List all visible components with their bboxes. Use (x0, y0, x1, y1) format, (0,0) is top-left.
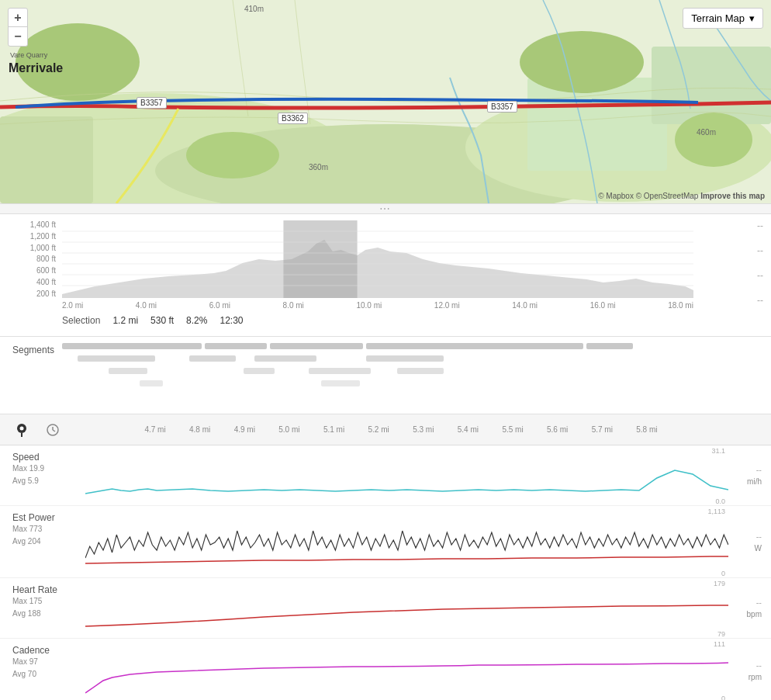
zoom-in-button[interactable]: + (9, 9, 27, 27)
resize-handle[interactable]: ⋯ (0, 203, 771, 214)
elevation-section: 1,400 ft 1,200 ft 1,000 ft 800 ft 600 ft… (0, 214, 771, 337)
power-avg: Avg 204 (12, 535, 79, 548)
cadence-max: Max 97 (12, 656, 79, 668)
heartrate-max: Max 175 (12, 595, 79, 608)
alt-label-410: 410m (244, 5, 264, 13)
svg-point-9 (520, 31, 644, 93)
svg-point-19 (20, 426, 24, 430)
segment-bar (140, 380, 163, 386)
power-name: Est Power (12, 512, 79, 523)
cadence-right: -- rpm (728, 639, 771, 700)
elevation-chart[interactable] (62, 220, 693, 298)
speed-name: Speed (12, 452, 79, 463)
improve-map-link[interactable]: Improve this map (700, 192, 765, 200)
alt-label-460: 460m (697, 128, 716, 137)
elevation-y-axis: 1,400 ft 1,200 ft 1,000 ft 800 ft 600 ft… (0, 220, 62, 298)
heartrate-name: Heart Rate (12, 584, 79, 595)
svg-rect-11 (283, 220, 357, 298)
speed-avg: Avg 5.9 (12, 475, 79, 487)
power-row: Est Power Max 773 Avg 204 1,113 0 -- W (0, 506, 771, 578)
heartrate-value: -- (756, 598, 762, 607)
map-attribution: © Mapbox © OpenStreetMap Improve this ma… (598, 192, 765, 200)
selection-distance: 1.2 mi (112, 315, 138, 326)
heartrate-row: Heart Rate Max 175 Avg 188 179 79 -- bpm (0, 578, 771, 639)
segment-bar (189, 355, 236, 362)
selection-bar: Selection 1.2 mi 530 ft 8.2% 12:30 (62, 315, 693, 326)
segment-bar (366, 343, 583, 349)
selection-grade: 8.2% (186, 315, 207, 326)
metrics-x-axis: 4.7 mi 4.8 mi 4.9 mi 5.0 mi 5.1 mi 5.2 m… (121, 425, 681, 434)
svg-point-8 (186, 132, 279, 178)
cadence-value: -- (756, 660, 762, 670)
cadence-name: Cadence (12, 645, 79, 656)
segment-row-4 (62, 380, 693, 386)
selection-elevation: 530 ft (150, 315, 174, 326)
speed-value: -- (756, 465, 762, 474)
map-section: + − Terrain Map ▾ Vare Quarry Merrivale … (0, 0, 771, 203)
cadence-chart: 111 0 (85, 639, 728, 700)
merrivale-label: Merrivale (6, 61, 65, 76)
speed-label-col: Speed Max 19.9 Avg 5.9 (0, 445, 85, 505)
segment-bar (366, 355, 444, 362)
speed-max: Max 19.9 (12, 463, 79, 475)
svg-rect-5 (652, 47, 771, 124)
segment-bar (109, 368, 147, 374)
segments-chart (62, 343, 693, 386)
svg-line-22 (53, 430, 55, 431)
vare-quarry-label: Vare Quarry (8, 50, 50, 60)
zoom-controls[interactable]: + − (8, 8, 28, 47)
power-label-col: Est Power Max 773 Avg 204 (0, 506, 85, 577)
heartrate-right: -- bpm (728, 578, 771, 638)
cadence-unit: rpm (749, 673, 762, 681)
metrics-nav: 4.7 mi 4.8 mi 4.9 mi 5.0 mi 5.1 mi 5.2 m… (0, 414, 771, 445)
segment-bar (244, 368, 275, 374)
segment-bar (321, 380, 360, 386)
power-value: -- (756, 532, 762, 541)
segments-label: Segments (0, 343, 62, 355)
svg-point-10 (675, 113, 752, 167)
segment-bar (254, 355, 316, 362)
heartrate-label-col: Heart Rate Max 175 Avg 188 (0, 578, 85, 638)
power-right: -- W (728, 506, 771, 577)
segment-bar (397, 368, 444, 374)
power-max: Max 773 (12, 523, 79, 535)
speed-right: -- mi/h (728, 445, 771, 505)
speed-chart: 31.1 0.0 (85, 445, 728, 505)
segment-bar (78, 355, 155, 362)
terrain-map-button[interactable]: Terrain Map ▾ (683, 8, 763, 29)
speed-unit: mi/h (747, 477, 762, 486)
segment-bar (205, 343, 267, 349)
speed-row: Speed Max 19.9 Avg 5.9 31.1 0.0 -- mi/h (0, 445, 771, 506)
power-chart: 1,113 0 (85, 506, 728, 577)
elevation-x-axis: 2.0 mi 4.0 mi 6.0 mi 8.0 mi 10.0 mi 12.0… (62, 301, 693, 310)
segment-row-1 (62, 343, 693, 349)
segments-section: Segments (0, 337, 771, 414)
heartrate-chart: 179 79 (85, 578, 728, 638)
selection-label: Selection (62, 315, 100, 326)
segment-bar (270, 343, 363, 349)
metrics-section: Speed Max 19.9 Avg 5.9 31.1 0.0 -- mi/h … (0, 445, 771, 700)
segment-bar (309, 368, 371, 374)
segment-bar (62, 343, 202, 349)
terrain-map-label: Terrain Map (691, 12, 745, 24)
resize-icon: ⋯ (379, 203, 392, 215)
heartrate-avg: Avg 188 (12, 608, 79, 620)
elevation-right-values: -- -- -- -- (757, 220, 763, 306)
cadence-avg: Avg 70 (12, 668, 79, 681)
road-label-b3357-1: B3357 (137, 97, 167, 109)
selection-time: 12:30 (220, 315, 243, 326)
road-label-b3357-2: B3357 (487, 101, 517, 113)
svg-rect-6 (0, 116, 93, 203)
heartrate-unit: bpm (747, 610, 762, 619)
clock-icon[interactable] (43, 421, 62, 439)
zoom-out-button[interactable]: − (9, 27, 27, 46)
dropdown-arrow-icon: ▾ (749, 12, 755, 24)
cadence-label-col: Cadence Max 97 Avg 70 (0, 639, 85, 700)
pin-icon[interactable] (12, 421, 31, 439)
power-unit: W (755, 544, 762, 553)
segment-row-2 (62, 355, 693, 362)
cadence-row: Cadence Max 97 Avg 70 111 0 -- rpm (0, 639, 771, 700)
alt-label-360: 360m (309, 163, 328, 172)
road-label-b3362: B3362 (278, 113, 308, 124)
segment-bar (586, 343, 633, 349)
